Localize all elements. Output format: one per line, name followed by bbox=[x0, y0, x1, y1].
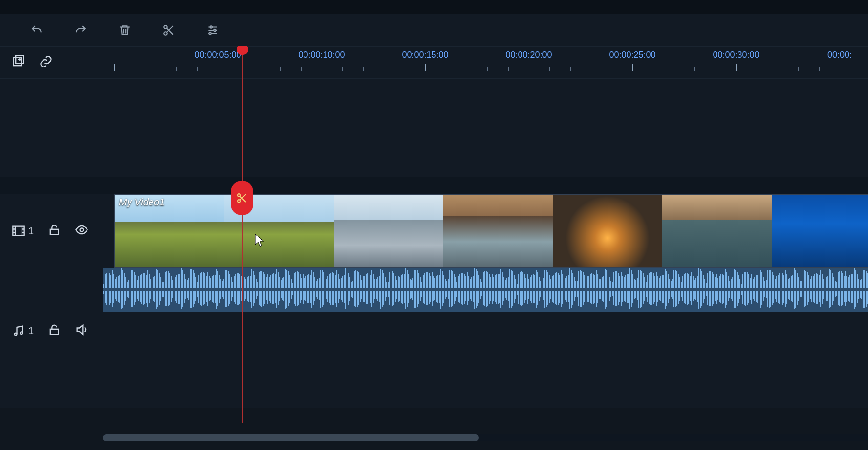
link-button[interactable] bbox=[39, 55, 53, 70]
ruler-label: 00:00: bbox=[827, 50, 852, 60]
timeline-scrollbar-thumb[interactable] bbox=[103, 434, 479, 441]
video-track-row: 1 My Video1 bbox=[0, 194, 868, 268]
video-visibility-button[interactable] bbox=[75, 223, 88, 239]
svg-point-11 bbox=[21, 332, 23, 334]
svg-rect-8 bbox=[50, 229, 58, 235]
svg-rect-12 bbox=[50, 329, 58, 335]
timeline-toolbar bbox=[0, 14, 868, 47]
audio-waveform[interactable] bbox=[103, 268, 868, 312]
svg-point-3 bbox=[214, 29, 216, 31]
video-thumbnail[interactable] bbox=[553, 195, 663, 267]
timeline-panel: 00:00:05:0000:00:10:0000:00:15:0000:00:2… bbox=[0, 0, 868, 450]
ruler-row: 00:00:05:0000:00:10:0000:00:15:0000:00:2… bbox=[0, 47, 868, 79]
video-track-number: 1 bbox=[28, 225, 34, 237]
svg-point-10 bbox=[15, 333, 17, 336]
audio-mute-button[interactable] bbox=[75, 323, 88, 338]
time-ruler[interactable]: 00:00:05:0000:00:10:0000:00:15:0000:00:2… bbox=[114, 47, 868, 78]
ruler-label: 00:00:15:00 bbox=[402, 50, 448, 60]
video-thumbnail[interactable] bbox=[772, 195, 868, 267]
redo-button[interactable] bbox=[73, 23, 88, 38]
empty-track-space bbox=[0, 79, 868, 177]
audio-track-label: 1 bbox=[12, 324, 34, 338]
video-thumbnail[interactable]: My Video1 bbox=[115, 195, 225, 267]
video-lock-button[interactable] bbox=[47, 223, 61, 239]
linked-audio-row bbox=[0, 268, 868, 312]
ruler-label: 00:00:25:00 bbox=[609, 50, 655, 60]
adjust-button[interactable] bbox=[205, 23, 220, 38]
clip-label-strip bbox=[0, 177, 868, 194]
video-thumbnail[interactable] bbox=[662, 195, 772, 267]
split-at-playhead-button[interactable] bbox=[231, 181, 253, 215]
timeline-scrollbar[interactable] bbox=[103, 434, 868, 441]
svg-point-4 bbox=[209, 32, 211, 34]
video-thumbnail[interactable] bbox=[443, 195, 553, 267]
undo-button[interactable] bbox=[29, 23, 44, 38]
ruler-label: 00:00:20:00 bbox=[505, 50, 552, 60]
delete-button[interactable] bbox=[117, 23, 132, 38]
playhead-handle[interactable] bbox=[237, 46, 248, 55]
ruler-header bbox=[0, 47, 114, 78]
clip-title: My Video1 bbox=[119, 197, 165, 208]
video-clip[interactable]: My Video1 bbox=[114, 194, 868, 268]
top-tab-bar bbox=[0, 0, 868, 14]
add-marker-button[interactable] bbox=[12, 55, 25, 70]
video-track-header: 1 bbox=[0, 194, 114, 268]
audio-track-number: 1 bbox=[28, 325, 34, 337]
ruler-label: 00:00:05:00 bbox=[195, 50, 241, 60]
svg-point-9 bbox=[80, 228, 84, 232]
audio-track-row: 1 bbox=[0, 312, 868, 349]
audio-track-header: 1 bbox=[0, 312, 114, 349]
split-button[interactable] bbox=[161, 23, 176, 38]
audio-lock-button[interactable] bbox=[47, 323, 61, 338]
ruler-label: 00:00:30:00 bbox=[713, 50, 759, 60]
ruler-label: 00:00:10:00 bbox=[298, 50, 345, 60]
video-track-label: 1 bbox=[12, 224, 34, 238]
video-thumbnail[interactable] bbox=[334, 195, 444, 267]
svg-point-2 bbox=[210, 26, 212, 28]
tracks-area: 1 My Video1 bbox=[0, 79, 868, 408]
